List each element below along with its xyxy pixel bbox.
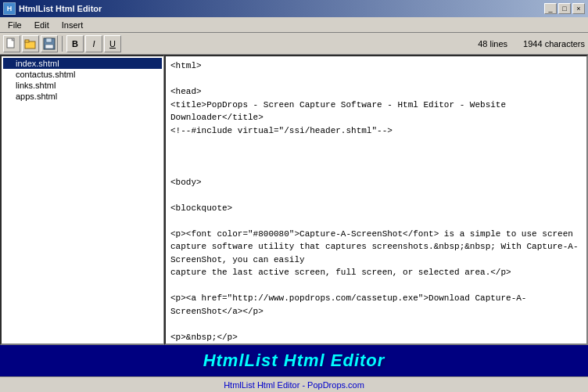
- banner-text: HtmlList Html Editor: [203, 351, 385, 371]
- new-button[interactable]: [3, 35, 20, 52]
- menu-edit[interactable]: Edit: [28, 17, 56, 32]
- line-count: 48 lines: [478, 39, 507, 49]
- bold-button[interactable]: B: [66, 35, 84, 52]
- title-bar-left: H HtmlList Html Editor: [3, 2, 102, 15]
- file-item-apps[interactable]: apps.shtml: [3, 91, 162, 102]
- window-title: HtmlList Html Editor: [19, 4, 102, 13]
- open-button[interactable]: [22, 35, 39, 52]
- svg-rect-3: [25, 40, 29, 42]
- editor-area[interactable]: <html> <head> <title>PopDrops - Screen C…: [164, 55, 588, 345]
- title-bar-buttons: _ □ ×: [544, 3, 585, 14]
- menu-file[interactable]: File: [2, 17, 28, 32]
- file-list[interactable]: index.shtml contactus.shtml links.shtml …: [0, 55, 164, 345]
- toolbar-separator-1: [62, 36, 63, 52]
- menu-bar: File Edit Insert: [0, 17, 588, 33]
- toolbar: B I U 48 lines 1944 characters: [0, 33, 588, 55]
- file-item-links[interactable]: links.shtml: [3, 80, 162, 91]
- menu-insert[interactable]: Insert: [56, 17, 90, 32]
- close-button[interactable]: ×: [572, 3, 585, 14]
- bottom-banner: HtmlList Html Editor: [0, 345, 588, 376]
- main-area: index.shtml contactus.shtml links.shtml …: [0, 55, 588, 345]
- char-count: 1944 characters: [523, 39, 585, 49]
- italic-button[interactable]: I: [85, 35, 102, 52]
- footer: HtmlList Html Editor - PopDrops.com: [0, 376, 588, 392]
- file-item-contactus[interactable]: contactus.shtml: [3, 69, 162, 80]
- minimize-button[interactable]: _: [544, 3, 557, 14]
- footer-link[interactable]: HtmlList Html Editor - PopDrops.com: [224, 380, 364, 390]
- save-button[interactable]: [41, 35, 58, 52]
- title-bar: H HtmlList Html Editor _ □ ×: [0, 0, 588, 17]
- toolbar-status: 48 lines 1944 characters: [478, 39, 585, 49]
- underline-button[interactable]: U: [104, 35, 121, 52]
- file-item-index[interactable]: index.shtml: [3, 58, 162, 69]
- maximize-button[interactable]: □: [558, 3, 571, 14]
- svg-rect-5: [46, 38, 52, 42]
- svg-rect-6: [45, 45, 53, 49]
- app-icon: H: [3, 2, 16, 15]
